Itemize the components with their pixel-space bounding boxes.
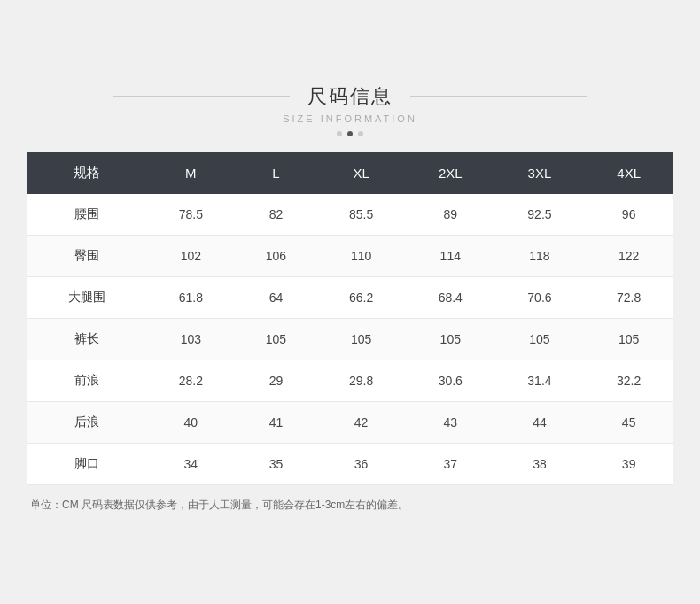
cell-value: 29.8 (316, 360, 406, 401)
header-line-right (410, 96, 587, 97)
cell-value: 105 (236, 318, 317, 360)
cell-value: 103 (146, 318, 236, 360)
cell-value: 36 (316, 443, 406, 484)
col-header-xl: XL (316, 152, 406, 194)
table-row: 脚口343536373839 (27, 443, 673, 484)
col-header-m: M (146, 152, 236, 194)
col-header-2xl: 2XL (406, 152, 495, 194)
cell-value: 28.2 (146, 360, 236, 401)
table-row: 前浪28.22929.830.631.432.2 (27, 360, 673, 401)
cell-value: 61.8 (146, 276, 236, 318)
col-header-l: L (236, 152, 317, 194)
pagination-dots (27, 131, 673, 136)
cell-value: 118 (495, 235, 585, 276)
table-row: 后浪404142434445 (27, 401, 673, 443)
cell-value: 106 (236, 235, 317, 276)
table-row: 腰围78.58285.58992.596 (27, 194, 673, 236)
cell-value: 40 (146, 401, 236, 443)
cell-value: 92.5 (495, 194, 585, 236)
cell-value: 78.5 (146, 194, 236, 236)
row-label: 脚口 (27, 443, 146, 484)
cell-value: 105 (316, 318, 406, 360)
size-table: 规格 M L XL 2XL 3XL 4XL 腰围78.58285.58992.5… (27, 152, 673, 485)
cell-value: 70.6 (495, 276, 585, 318)
footer-note: 单位：CM 尺码表数据仅供参考，由于人工测量，可能会存在1-3cm左右的偏差。 (27, 498, 673, 513)
row-label: 裤长 (27, 318, 146, 360)
row-label: 大腿围 (27, 276, 146, 318)
dot-1[interactable] (337, 131, 342, 136)
dot-2[interactable] (347, 131, 353, 136)
cell-value: 32.2 (584, 360, 673, 401)
cell-value: 105 (406, 318, 495, 360)
section-subtitle: SIZE INFORMATION (27, 113, 673, 124)
cell-value: 82 (236, 194, 317, 236)
header-line-left (113, 96, 290, 97)
dot-3[interactable] (358, 131, 363, 136)
cell-value: 39 (584, 443, 673, 484)
cell-value: 64 (236, 276, 317, 318)
cell-value: 96 (584, 194, 673, 236)
table-row: 臀围102106110114118122 (27, 235, 673, 276)
cell-value: 43 (406, 401, 495, 443)
table-row: 大腿围61.86466.268.470.672.8 (27, 276, 673, 318)
row-label: 前浪 (27, 360, 146, 401)
cell-value: 34 (146, 443, 236, 484)
cell-value: 35 (236, 443, 317, 484)
cell-value: 29 (236, 360, 317, 401)
table-row: 裤长103105105105105105 (27, 318, 673, 360)
col-header-4xl: 4XL (584, 152, 673, 194)
cell-value: 105 (584, 318, 673, 360)
cell-value: 72.8 (584, 276, 673, 318)
cell-value: 38 (495, 443, 585, 484)
cell-value: 89 (406, 194, 495, 236)
cell-value: 122 (584, 235, 673, 276)
cell-value: 85.5 (316, 194, 406, 236)
row-label: 臀围 (27, 235, 146, 276)
cell-value: 114 (406, 235, 495, 276)
cell-value: 68.4 (406, 276, 495, 318)
cell-value: 66.2 (316, 276, 406, 318)
title-row: 尺码信息 (27, 83, 673, 110)
col-header-spec: 规格 (27, 152, 146, 194)
cell-value: 31.4 (495, 360, 585, 401)
cell-value: 102 (146, 235, 236, 276)
cell-value: 30.6 (406, 360, 495, 401)
table-header-row: 规格 M L XL 2XL 3XL 4XL (27, 152, 673, 194)
cell-value: 105 (495, 318, 585, 360)
main-container: 尺码信息 SIZE INFORMATION 规格 M L XL 2XL 3XL … (0, 66, 700, 539)
cell-value: 44 (495, 401, 585, 443)
section-header: 尺码信息 SIZE INFORMATION (27, 83, 673, 136)
cell-value: 42 (316, 401, 406, 443)
cell-value: 41 (236, 401, 317, 443)
cell-value: 37 (406, 443, 495, 484)
cell-value: 45 (584, 401, 673, 443)
section-title: 尺码信息 (290, 83, 410, 110)
cell-value: 110 (316, 235, 406, 276)
col-header-3xl: 3XL (495, 152, 585, 194)
row-label: 腰围 (27, 194, 146, 236)
row-label: 后浪 (27, 401, 146, 443)
